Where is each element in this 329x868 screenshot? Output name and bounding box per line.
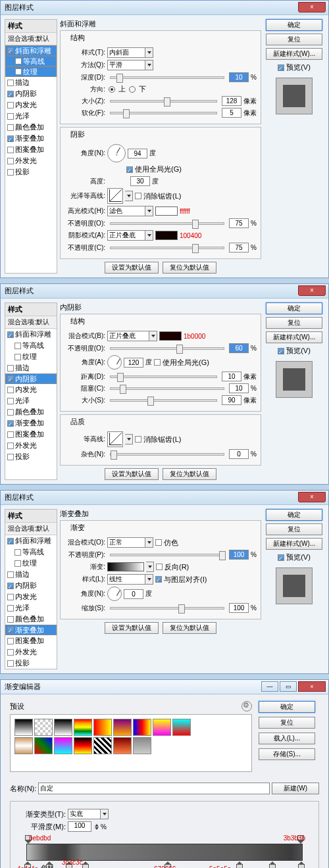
opacity-input[interactable]: 100 <box>229 550 249 560</box>
chevron-down-icon[interactable] <box>145 60 153 70</box>
preview-checkbox[interactable] <box>278 554 284 561</box>
sidebar-item-pattern-overlay[interactable]: 图案叠加 <box>5 144 57 155</box>
preset-thumb[interactable] <box>133 737 151 754</box>
checkbox-icon[interactable] <box>15 58 22 64</box>
close-button[interactable]: × <box>298 681 326 692</box>
sidebar-blend[interactable]: 混合选项:默认 <box>5 316 57 329</box>
sidebar-item-inner-shadow[interactable]: 内阴影 <box>5 580 57 591</box>
blend-mode-select[interactable]: 正常 <box>107 537 153 548</box>
checkbox-icon[interactable] <box>7 638 14 644</box>
ok-button[interactable]: 确定 <box>266 19 322 31</box>
direction-up-radio[interactable] <box>109 86 115 93</box>
gear-icon[interactable] <box>241 701 252 711</box>
preset-thumb[interactable] <box>74 719 92 736</box>
style-select[interactable]: 线性 <box>107 574 153 585</box>
cancel-button[interactable]: 复位 <box>266 317 322 329</box>
sidebar-item-texture[interactable]: 纹理 <box>5 558 57 569</box>
new-button[interactable]: 新建(W) <box>272 783 319 794</box>
distance-slider[interactable] <box>110 375 217 378</box>
preset-thumb[interactable] <box>172 719 191 736</box>
checkbox-icon[interactable] <box>7 454 14 460</box>
sidebar-item-bevel[interactable]: 斜面和浮雕 <box>5 535 57 546</box>
chevron-down-icon[interactable] <box>145 47 153 58</box>
gradient-type-select[interactable]: 实底 <box>68 809 109 819</box>
sidebar-item-pattern-overlay[interactable]: 图案叠加 <box>5 429 57 440</box>
sidebar-item-outer-glow[interactable]: 外发光 <box>5 646 57 658</box>
size-input[interactable]: 128 <box>222 96 241 106</box>
antialias-checkbox[interactable] <box>135 436 141 443</box>
highlight-opacity-input[interactable]: 75 <box>229 218 249 228</box>
color-stop[interactable] <box>269 861 276 868</box>
angle-dial[interactable]: + <box>107 144 126 162</box>
color-stop[interactable] <box>82 861 89 868</box>
checkbox-icon[interactable] <box>7 135 14 142</box>
gloss-contour-picker[interactable] <box>107 188 123 204</box>
sidebar-item-inner-shadow[interactable]: 内阴影 <box>5 374 57 384</box>
depth-input[interactable]: 10 <box>229 72 249 82</box>
sidebar-item-bevel[interactable]: 斜面和浮雕 <box>5 329 57 340</box>
cancel-button[interactable]: 复位 <box>259 717 315 729</box>
checkbox-icon[interactable] <box>7 113 14 120</box>
gradient-swatch[interactable] <box>107 562 144 571</box>
noise-slider[interactable] <box>110 453 224 456</box>
checkbox-icon[interactable] <box>7 158 14 164</box>
sidebar-item-contour[interactable]: 等高线 <box>5 340 57 351</box>
color-stop[interactable] <box>298 861 305 868</box>
noise-input[interactable]: 0 <box>229 449 249 459</box>
size-slider[interactable] <box>110 399 217 402</box>
reverse-checkbox[interactable] <box>156 564 163 570</box>
make-default-button[interactable]: 设置为默认值 <box>105 262 159 274</box>
checkbox-icon[interactable] <box>7 398 14 404</box>
sidebar-item-gradient-overlay[interactable]: 渐变叠加 <box>5 625 57 635</box>
angle-dial[interactable] <box>107 587 122 601</box>
reset-default-button[interactable]: 复位为默认值 <box>163 262 216 274</box>
sidebar-item-inner-shadow[interactable]: 内阴影 <box>5 88 57 99</box>
preset-thumb[interactable] <box>54 719 72 736</box>
new-style-button[interactable]: 新建样式(W)... <box>266 48 322 60</box>
make-default-button[interactable]: 设置为默认值 <box>105 622 159 634</box>
contour-picker[interactable] <box>107 431 123 447</box>
sidebar-item-satin[interactable]: 光泽 <box>5 110 57 122</box>
close-button[interactable]: × <box>298 285 326 296</box>
chevron-down-icon[interactable] <box>145 230 153 241</box>
checkbox-icon[interactable] <box>7 102 14 108</box>
close-button[interactable]: × <box>298 2 326 12</box>
chevron-down-icon[interactable] <box>145 206 153 216</box>
checkbox-icon[interactable] <box>15 68 22 75</box>
sidebar-item-stroke[interactable]: 描边 <box>5 362 57 374</box>
angle-dial[interactable] <box>107 355 122 370</box>
checkbox-icon[interactable] <box>7 583 14 589</box>
smoothness-input[interactable]: 100 <box>68 821 91 832</box>
ok-button[interactable]: 确定 <box>266 302 322 314</box>
preset-thumb[interactable] <box>113 719 132 736</box>
checkbox-icon[interactable] <box>7 80 14 86</box>
close-button[interactable]: × <box>298 492 326 502</box>
shadow-color-swatch[interactable] <box>155 231 178 240</box>
chevron-down-icon[interactable] <box>145 537 153 548</box>
checkbox-icon[interactable] <box>7 91 14 97</box>
preset-thumb[interactable] <box>133 719 151 736</box>
preset-thumb[interactable] <box>54 737 72 754</box>
sidebar-item-outer-glow[interactable]: 外发光 <box>5 440 57 451</box>
chevron-down-icon[interactable] <box>146 562 154 572</box>
checkbox-icon[interactable] <box>7 124 14 131</box>
direction-down-radio[interactable] <box>129 86 136 93</box>
sidebar-item-inner-glow[interactable]: 内发光 <box>5 384 57 395</box>
sidebar-item-pattern-overlay[interactable]: 图案叠加 <box>5 635 57 646</box>
highlight-mode-select[interactable]: 滤色 <box>107 206 153 216</box>
blend-mode-select[interactable]: 正片叠底 <box>107 331 157 341</box>
checkbox-icon[interactable] <box>7 47 14 54</box>
checkbox-icon[interactable] <box>7 169 14 176</box>
sidebar-item-inner-glow[interactable]: 内发光 <box>5 591 57 602</box>
size-slider[interactable] <box>110 100 217 103</box>
global-light-checkbox[interactable] <box>126 166 133 173</box>
highlight-color-swatch[interactable] <box>155 206 178 216</box>
sidebar-item-stroke[interactable]: 描边 <box>5 77 57 88</box>
checkbox-icon[interactable] <box>7 443 14 449</box>
checkbox-icon[interactable] <box>7 409 14 416</box>
sidebar-item-satin[interactable]: 光泽 <box>5 395 57 406</box>
chevron-down-icon[interactable] <box>125 191 133 201</box>
sidebar-blend[interactable]: 混合选项:默认 <box>5 33 57 45</box>
load-button[interactable]: 载入(L)... <box>259 733 315 744</box>
chevron-down-icon[interactable] <box>145 574 153 585</box>
